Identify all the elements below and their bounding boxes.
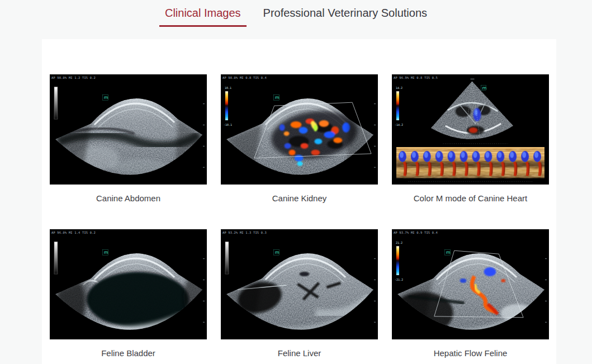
grayscale-bar — [54, 87, 58, 119]
doppler-scale-max: 10.1 — [225, 86, 231, 89]
clinical-images-panel: AP 98.0% MI 1.2 TIS 0.2 m Canine Abdomen — [42, 39, 556, 364]
image-overlay-readout: AP 98.0% MI 0.8 TIS 0.4 — [222, 76, 267, 79]
grayscale-bar — [225, 242, 229, 274]
clinical-images-grid: AP 98.0% MI 1.2 TIS 0.2 m Canine Abdomen — [50, 74, 549, 358]
m-marker: m — [446, 250, 451, 255]
image-overlay-readout: AP 98.0% MI 1.2 TIS 0.2 — [51, 76, 96, 79]
doppler-scale-min: -21.2 — [395, 278, 403, 281]
image-overlay-readout: AP 96.9% MI 0.8 TIS 0.5 — [394, 76, 438, 79]
tab-professional-veterinary-solutions[interactable]: Professional Veterinary Solutions — [258, 6, 433, 27]
ultrasound-image-hepatic-flow-feline: AP 93.7% MI 0.9 TIS 0.4 21.2 -21.2 m — [392, 229, 549, 339]
image-overlay-readout: AP 93.7% MI 0.9 TIS 0.4 — [394, 231, 438, 234]
doppler-color-bar — [396, 246, 399, 275]
image-caption: Feline Bladder — [50, 348, 207, 358]
grayscale-bar — [54, 242, 58, 274]
doppler-scale-max: 21.2 — [396, 241, 402, 244]
m-marker: m — [275, 95, 280, 100]
m-marker: m — [104, 250, 108, 255]
m-marker: m — [104, 95, 108, 100]
ultrasound-image-color-m-mode-canine-heart: AP 96.9% MI 0.8 TIS 0.5 14.2 -14.2 m — [392, 74, 549, 185]
image-caption: Canine Kidney — [221, 193, 378, 203]
doppler-scale-min: -14.2 — [395, 123, 403, 126]
tab-bar: Clinical Images Professional Veterinary … — [0, 0, 592, 39]
m-marker: m — [275, 250, 280, 255]
gallery-item-hepatic-flow-feline: AP 93.7% MI 0.9 TIS 0.4 21.2 -21.2 m Hep… — [392, 229, 549, 358]
ultrasound-image-canine-kidney: AP 98.0% MI 0.8 TIS 0.4 10.1 -10.1 m — [221, 74, 378, 185]
doppler-scale-max: 14.2 — [396, 86, 402, 89]
image-caption: Canine Abdomen — [50, 193, 207, 203]
image-caption: Hepatic Flow Feline — [392, 348, 549, 358]
doppler-color-bar — [225, 91, 228, 120]
doppler-color-bar — [396, 91, 399, 120]
ultrasound-image-feline-liver: AP 93.2% MI 1.3 TIS 0.3 m — [221, 229, 378, 339]
m-marker: m — [482, 86, 486, 91]
gallery-item-feline-liver: AP 93.2% MI 1.3 TIS 0.3 m Feline Liver — [221, 229, 378, 358]
ultrasound-image-feline-bladder: AP 96.0% MI 1.4 TIS 0.2 m — [50, 229, 207, 339]
ultrasound-image-canine-abdomen: AP 98.0% MI 1.2 TIS 0.2 m — [50, 74, 207, 185]
image-overlay-readout: AP 96.0% MI 1.4 TIS 0.2 — [51, 231, 96, 234]
image-caption: Feline Liver — [221, 348, 378, 358]
gallery-item-canine-abdomen: AP 98.0% MI 1.2 TIS 0.2 m Canine Abdomen — [50, 74, 207, 203]
m-mode-strip — [396, 147, 544, 178]
gallery-item-feline-bladder: AP 96.0% MI 1.4 TIS 0.2 m Feline Bladder — [50, 229, 207, 358]
image-caption: Color M mode of Canine Heart — [392, 193, 549, 203]
tab-clinical-images[interactable]: Clinical Images — [159, 6, 247, 27]
doppler-scale-min: -10.1 — [224, 123, 232, 126]
gallery-item-canine-kidney: AP 98.0% MI 0.8 TIS 0.4 10.1 -10.1 m Can… — [221, 74, 378, 203]
image-overlay-readout: AP 93.2% MI 1.3 TIS 0.3 — [222, 231, 267, 234]
gallery-item-color-m-mode-canine-heart: AP 96.9% MI 0.8 TIS 0.5 14.2 -14.2 m Col… — [392, 74, 549, 203]
